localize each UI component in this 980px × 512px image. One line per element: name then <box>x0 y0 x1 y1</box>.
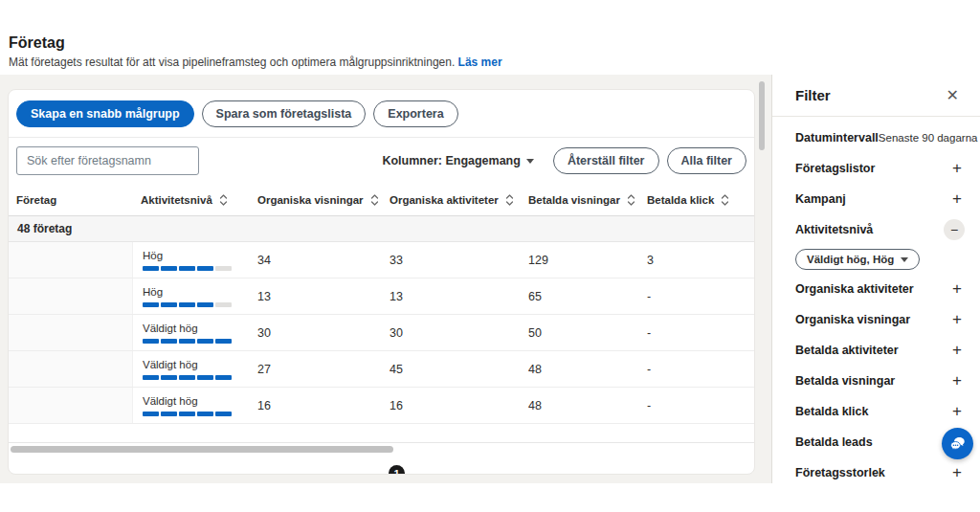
page-header: Företag Mät företagets resultat för att … <box>0 0 980 75</box>
activity-level-label: Väldigt hög <box>143 359 250 371</box>
activity-level-bar <box>143 375 250 380</box>
sort-icon[interactable] <box>370 194 379 206</box>
activity-bar-segment <box>197 375 213 380</box>
learn-more-link[interactable]: Läs mer <box>458 56 502 69</box>
close-icon[interactable]: ✕ <box>947 89 959 102</box>
column-header-6[interactable]: Betalda klick <box>639 194 752 206</box>
metric-cell: 13 <box>250 290 382 303</box>
company-cell <box>9 388 133 423</box>
activity-level-bar <box>143 339 250 344</box>
filter-row-organiska-aktiviteter: Organiska aktiviteter+ <box>795 274 965 304</box>
filter-sidebar-title: Filter <box>795 87 831 103</box>
activity-bar-segment <box>143 339 159 344</box>
reset-filters-button[interactable]: Återställ filter <box>553 147 659 174</box>
filter-label: Datumintervall <box>795 131 879 145</box>
all-filters-button[interactable]: Alla filter <box>667 147 747 174</box>
create-quick-audience-button[interactable]: Skapa en snabb målgrupp <box>16 100 194 127</box>
activity-bar-segment <box>197 302 213 307</box>
expand-plus-icon[interactable]: + <box>949 465 965 480</box>
activity-bar-segment <box>197 266 213 271</box>
activity-level-filter-pill[interactable]: Väldigt hög, Hög <box>795 249 920 270</box>
expand-plus-icon[interactable]: + <box>949 343 965 358</box>
filter-row-datumintervall: DatumintervallSenaste 90 dagarna <box>795 122 965 153</box>
metric-cell: 30 <box>382 326 521 340</box>
filter-row-f-retagslistor: Företagslistor+ <box>795 153 965 184</box>
filter-label: Aktivitetsnivå <box>795 223 873 236</box>
table-row[interactable]: Väldigt hög274548-1 <box>9 351 754 388</box>
metric-cell: 129 <box>521 254 639 267</box>
help-chat-button[interactable] <box>942 428 973 459</box>
activity-bar-segment <box>215 412 232 416</box>
activity-level-cell: Väldigt hög <box>133 323 250 344</box>
filter-label: Företagslistor <box>795 162 875 175</box>
collapse-minus-icon[interactable]: − <box>944 219 965 240</box>
table-summary-row: 48 företag <box>9 216 754 242</box>
sort-icon[interactable] <box>627 194 635 206</box>
columns-dropdown[interactable]: Kolumner: Engagemang <box>382 154 533 167</box>
column-header-1: Företag <box>9 194 133 206</box>
filter-label: Organiska aktiviteter <box>795 282 914 296</box>
metric-cell: 27 <box>250 363 382 376</box>
horizontal-scrollbar-thumb[interactable] <box>11 446 393 453</box>
expand-plus-icon[interactable]: + <box>949 161 965 176</box>
sort-icon[interactable] <box>721 194 729 206</box>
metric-cell: 48 <box>521 363 639 376</box>
table-header-row: FöretagAktivitetsnivåOrganiska visningar… <box>9 185 754 216</box>
metric-cell: 13 <box>382 290 521 303</box>
activity-level-label: Hög <box>143 250 250 262</box>
chevron-down-icon <box>901 257 908 262</box>
activity-level-label: Hög <box>143 286 250 299</box>
activity-level-cell: Väldigt hög <box>133 395 250 416</box>
column-header-3[interactable]: Organiska visningar <box>250 194 382 206</box>
table-bottom-spacer <box>9 424 754 443</box>
filter-toolbar: Kolumner: Engagemang Återställ filter Al… <box>9 138 754 185</box>
activity-bar-segment <box>161 266 177 271</box>
export-button[interactable]: Exportera <box>373 100 457 127</box>
date-range-dropdown[interactable]: Senaste 90 dagarna <box>879 132 980 144</box>
table-row[interactable]: Väldigt hög303050-- <box>9 315 754 351</box>
activity-bar-segment <box>161 339 177 344</box>
metric-cell: 4 <box>752 254 755 267</box>
filter-row-f-retagsstorlek: Företagsstorlek+ <box>795 457 965 483</box>
workspace: Skapa en snabb målgrupp Spara som företa… <box>0 75 980 483</box>
pagination-page-1[interactable]: 1 <box>389 465 405 475</box>
activity-bar-segment <box>197 339 213 344</box>
vertical-scrollbar-thumb[interactable] <box>759 81 765 150</box>
search-input[interactable] <box>16 146 199 175</box>
column-header-5[interactable]: Betalda visningar <box>521 194 639 206</box>
filter-row-betalda-aktiviteter: Betalda aktiviteter+ <box>795 335 965 366</box>
expand-plus-icon[interactable]: + <box>949 373 965 389</box>
column-header-label: Betalda visningar <box>528 194 620 206</box>
actions-toolbar: Skapa en snabb målgrupp Spara som företa… <box>9 90 754 138</box>
company-cell <box>9 351 133 387</box>
activity-bar-segment <box>143 266 159 271</box>
activity-level-cell: Väldigt hög <box>133 359 250 380</box>
filter-row-kampanj: Kampanj+ <box>795 184 965 214</box>
activity-bar-segment <box>143 375 159 380</box>
column-header-label: Aktivitetsnivå <box>141 194 212 206</box>
date-range-value: Senaste 90 dagarna <box>879 132 978 144</box>
column-header-2[interactable]: Aktivitetsnivå <box>133 194 250 206</box>
expand-plus-icon[interactable]: + <box>949 312 965 327</box>
metric-cell: 30 <box>250 326 382 340</box>
table-row[interactable]: Väldigt hög161648-3 <box>9 388 754 424</box>
activity-bar-segment <box>197 412 213 416</box>
activity-bar-segment <box>161 375 177 380</box>
sort-icon[interactable] <box>505 194 514 206</box>
save-company-list-button[interactable]: Spara som företagslista <box>202 100 367 127</box>
filter-label: Betalda leads <box>795 435 873 449</box>
filter-row-organiska-visningar: Organiska visningar+ <box>795 304 965 335</box>
column-header-4[interactable]: Organiska aktiviteter <box>382 194 521 206</box>
expand-plus-icon[interactable]: + <box>949 281 965 297</box>
table-row[interactable]: Hög343312934 <box>9 242 754 278</box>
expand-plus-icon[interactable]: + <box>949 404 965 419</box>
activity-bar-segment <box>143 302 159 307</box>
sort-icon[interactable] <box>219 194 228 206</box>
table-row[interactable]: Hög131365-5 <box>9 278 754 315</box>
metric-cell: - <box>639 326 752 340</box>
page-subtitle-text: Mät företagets resultat för att visa pip… <box>9 56 455 69</box>
activity-level-cell: Hög <box>133 286 250 307</box>
expand-plus-icon[interactable]: + <box>949 191 965 207</box>
filter-label: Betalda klick <box>795 405 868 418</box>
activity-bar-segment <box>215 339 232 344</box>
